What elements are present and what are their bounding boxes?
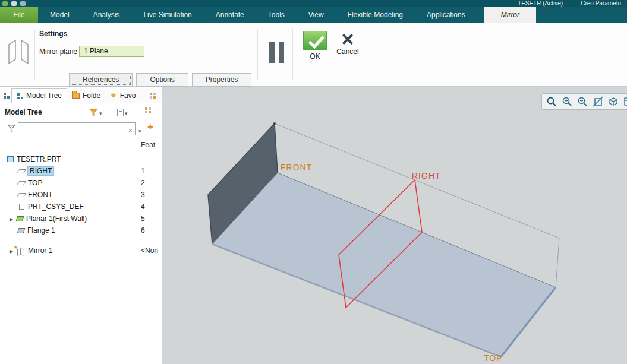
refit-icon[interactable] [591,94,605,109]
pause-button[interactable] [266,42,287,65]
tree-item-prt-csys-def[interactable]: PRT_CSYS_DEF 4 [0,201,162,213]
mirror-plane-collector[interactable]: 1 Plane [79,46,144,57]
mirror-tool-icon [5,38,32,68]
menu-tab-flexible-modeling[interactable]: Flexible Modeling [336,7,415,23]
add-filter-icon[interactable] [147,121,153,133]
right-datum-label: RIGHT [412,171,441,181]
feat-value: 4 [141,202,161,211]
star-icon [110,91,117,100]
feat-value: <Non [141,246,161,255]
tree-columns-button[interactable] [117,107,128,118]
tree-item-mirror-1[interactable]: Mirror 1 <Non [0,245,162,257]
menu-tab-view[interactable]: View [297,7,336,23]
filter-funnel-icon [7,124,16,133]
feat-value: 1 [141,167,161,175]
menu-tab-annotate[interactable]: Annotate [204,7,256,23]
datum-plane-icon [17,169,27,173]
quick-access-icon[interactable] [2,1,8,6]
model-tree-icon [17,93,23,99]
feat-value: 6 [141,226,161,235]
flange-icon [17,228,26,233]
ribbon-tab-references[interactable]: References [69,73,133,87]
cancel-button-label: Cancel [333,48,363,56]
check-icon [303,31,327,50]
tree-filter-input[interactable] [18,124,135,135]
feat-value: 5 [141,214,161,223]
menu-bar: File Model Analysis Live Simulation Anno… [0,7,627,23]
cancel-button[interactable]: Cancel [333,32,363,56]
menu-tab-live-simulation[interactable]: Live Simulation [131,7,203,23]
app-title: Creo Parametri [581,0,621,7]
tree-item-planar-1[interactable]: Planar 1(First Wall) 5 [0,213,162,224]
feat-column-header: Feat [141,141,160,149]
tree-separator [0,240,162,240]
tab-favorites-label: Favo [120,91,136,100]
csys-icon [18,204,25,210]
navigator-settings-icon[interactable] [149,92,156,99]
tree-item-tesetr-prt[interactable]: TESETR.PRT [0,153,162,165]
tree-item-label: Mirror 1 [28,246,52,255]
navigator-tabs: Model Tree Folde Favo [0,88,162,103]
quick-access-icon[interactable] [11,1,17,6]
saved-orientations-icon[interactable] [606,94,620,109]
model-tree: TESETR.PRT RIGHT 1 TOP 2 FRONT 3 PRT_CSY… [0,152,162,364]
separator [257,29,258,80]
pending-asterisk-icon [14,244,17,253]
pause-icon [269,42,275,63]
part-icon [7,156,14,162]
pause-icon [279,42,284,63]
clear-icon[interactable] [128,125,133,135]
zoom-out-icon[interactable] [575,94,590,109]
tree-item-top[interactable]: TOP 2 [0,177,162,189]
menu-tab-analysis[interactable]: Analysis [81,7,132,23]
tree-filter-icon [89,108,98,117]
tree-item-label: Planar 1(First Wall) [26,214,87,223]
tree-search-box [18,122,136,135]
model-tree-panel: Model Tree Folde Favo Model Tree [0,87,162,364]
menu-tab-applications[interactable]: Applications [415,7,477,23]
tree-item-label: TESETR.PRT [17,155,61,163]
tree-item-right[interactable]: RIGHT 1 [0,165,162,177]
top-datum-label: TOP [484,353,503,363]
quick-access-icon[interactable] [20,1,26,6]
vertex-handle [273,122,276,125]
mirror-plane-label: Mirror plane [39,48,77,56]
view-manager-icon[interactable] [622,94,627,109]
menu-tab-model[interactable]: Model [38,7,81,23]
separator [34,29,35,80]
tab-favorites[interactable]: Favo [105,88,140,103]
zoom-to-fit-icon[interactable] [544,94,559,109]
tree-filters-button[interactable] [89,107,102,118]
ribbon-tab-options[interactable]: Options [136,73,188,87]
menu-file-button[interactable]: File [0,7,38,23]
zoom-in-icon[interactable] [560,94,574,109]
x-icon [341,33,354,46]
ribbon-tab-properties[interactable]: Properties [192,73,252,87]
viewport-3d[interactable]: FRONT RIGHT TOP [162,87,627,364]
tab-folder-browser[interactable]: Folde [67,88,105,103]
dashboard-tabs: References Options Properties [69,73,251,87]
feat-value: 3 [141,191,161,199]
filter-dropdown-icon[interactable] [138,125,141,135]
tree-filter-row [0,121,162,137]
planar-wall-icon [16,216,24,221]
document-title: TESETR (Active) [518,0,563,7]
tree-item-flange-1[interactable]: Flange 1 6 [0,224,162,236]
mirror-feature-icon [17,247,25,255]
tree-item-front[interactable]: FRONT 3 [0,189,162,201]
tab-model-tree[interactable]: Model Tree [11,88,67,103]
ribbon: Settings Mirror plane 1 Plane OK Cancel … [0,23,627,87]
show-navigator-icon[interactable] [3,92,10,99]
3d-scene[interactable]: FRONT RIGHT TOP [162,87,627,364]
ok-button[interactable]: OK [300,31,330,61]
settings-group-title: Settings [39,30,67,38]
folder-icon [72,93,80,99]
model-tree-header: Model Tree [0,105,162,120]
list-icon [117,109,124,116]
tree-settings-button[interactable] [144,107,151,113]
tab-folder-label: Folde [83,91,100,100]
menu-tab-tools[interactable]: Tools [256,7,297,23]
menu-tab-mirror-active[interactable]: Mirror [484,7,536,23]
settings-grid-icon [144,107,151,113]
window-title: TESETR (Active) Creo Parametri [518,0,621,7]
